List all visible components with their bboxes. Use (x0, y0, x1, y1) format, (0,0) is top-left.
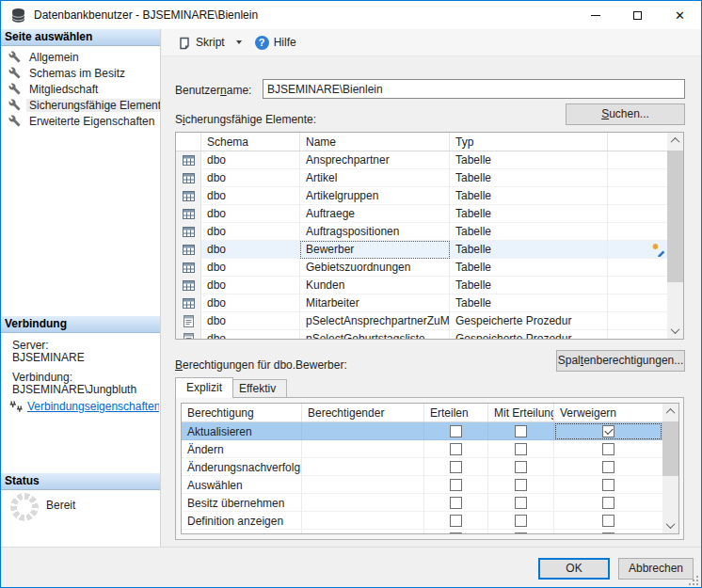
table-row[interactable]: dbo Ansprechpartner Tabelle (176, 151, 667, 169)
sidebar-item-erweiterte-eigenschaften[interactable]: Erweiterte Eigenschaften (1, 113, 161, 129)
username-field[interactable] (263, 79, 685, 99)
wrench-icon (8, 99, 21, 111)
securables-scrollbar[interactable] (667, 133, 683, 339)
table-row[interactable]: dbo pSelectGeburtstagsliste Gespeicherte… (176, 330, 667, 339)
table-row[interactable]: dbo Gebietszuordnungen Tabelle (176, 259, 667, 277)
sidebar-item-sicherungsfaehige-elemente[interactable]: Sicherungsfähige Elemente (1, 97, 161, 113)
server-label: Server: (12, 339, 49, 352)
ok-button[interactable]: OK (538, 558, 610, 580)
table-icon (176, 205, 201, 223)
permissions-scrollbar[interactable] (662, 404, 678, 533)
with-grant-checkbox[interactable] (515, 532, 527, 534)
cell-schema: dbo (201, 294, 300, 312)
script-dropdown-button[interactable] (229, 38, 246, 47)
sidebar-item-schemas[interactable]: Schemas im Besitz (1, 65, 161, 81)
connection-value: BJSEMINARE\Jungbluth (12, 383, 136, 396)
table-row[interactable]: dbo Artikelgruppen Tabelle (176, 187, 667, 205)
deny-checkbox[interactable] (602, 443, 614, 455)
cell-typ: Gespeicherte Prozedur (450, 330, 608, 339)
scroll-down-button[interactable] (662, 517, 678, 533)
scrollbar-thumb[interactable] (667, 151, 683, 282)
scroll-up-button[interactable] (662, 404, 678, 420)
minimize-icon (591, 15, 600, 16)
tab-explizit[interactable]: Explizit (175, 377, 233, 398)
table-row-selected[interactable]: dbo Bewerber Tabelle (176, 241, 667, 259)
grant-checkbox[interactable] (450, 532, 462, 534)
scroll-up-button[interactable] (667, 133, 683, 149)
script-button-label: Skript (196, 36, 225, 49)
script-button[interactable]: Skript (174, 33, 229, 53)
permission-row[interactable]: Einfügen (182, 530, 662, 533)
grant-checkbox[interactable] (450, 497, 462, 509)
chevron-down-icon (671, 325, 680, 334)
maximize-icon (633, 11, 642, 20)
table-row[interactable]: dbo Kunden Tabelle (176, 277, 667, 294)
cell-name: pSelectGeburtstagsliste (300, 330, 450, 339)
permission-row[interactable]: Auswählen (182, 476, 662, 494)
sidebar-item-allgemein[interactable]: Allgemein (1, 49, 161, 65)
cancel-button[interactable]: Abbrechen (618, 558, 694, 580)
cell-permission: Änderungsnachverfolg... (182, 458, 302, 476)
deny-checkbox[interactable] (602, 497, 614, 509)
column-header-berechtigender[interactable]: Berechtigender (302, 404, 424, 421)
column-header-typ[interactable]: Typ (450, 133, 608, 151)
minimize-button[interactable] (574, 1, 616, 29)
permission-row[interactable]: Definition anzeigen (182, 512, 662, 530)
scrollbar-thumb[interactable] (662, 421, 678, 476)
with-grant-checkbox[interactable] (515, 497, 527, 509)
cell-schema: dbo (201, 277, 300, 294)
cell-typ: Tabelle (450, 187, 608, 205)
column-header-schema[interactable]: Schema (201, 133, 300, 151)
table-row[interactable]: dbo Artikel Tabelle (176, 169, 667, 187)
grant-checkbox[interactable] (450, 479, 462, 491)
script-icon (178, 36, 191, 50)
with-grant-checkbox[interactable] (515, 425, 527, 437)
column-header-mit-erteilung[interactable]: Mit Erteilung (488, 404, 554, 421)
sidebar-item-label: Allgemein (26, 51, 82, 64)
sidebar-item-mitgliedschaft[interactable]: Mitgliedschaft (1, 81, 161, 97)
with-grant-checkbox[interactable] (515, 515, 527, 527)
cell-name: Auftragspositionen (300, 223, 450, 241)
resize-grip[interactable] (689, 575, 699, 585)
grant-checkbox[interactable] (450, 461, 462, 473)
deny-checkbox[interactable] (602, 532, 614, 534)
table-row[interactable]: dbo Auftraege Tabelle (176, 205, 667, 223)
search-button[interactable]: Suchen... (566, 103, 685, 125)
permission-row[interactable]: Ändern (182, 440, 662, 458)
permission-row[interactable]: Änderungsnachverfolg... (182, 458, 662, 476)
table-row[interactable]: dbo pSelectAnsprechpartnerZuMit... Gespe… (176, 312, 667, 330)
grant-checkbox[interactable] (450, 515, 462, 527)
help-button[interactable]: ? Hilfe (251, 33, 300, 53)
deny-checkbox[interactable] (602, 425, 614, 437)
table-icon (176, 241, 201, 259)
with-grant-checkbox[interactable] (515, 461, 527, 473)
column-permissions-button[interactable]: Spaltenberechtigungen... (556, 350, 685, 372)
table-row[interactable]: dbo Mitarbeiter Tabelle (176, 294, 667, 312)
with-grant-checkbox[interactable] (515, 443, 527, 455)
deny-checkbox[interactable] (602, 461, 614, 473)
with-grant-checkbox[interactable] (515, 479, 527, 491)
maximize-button[interactable] (616, 1, 659, 29)
cell-name: Kunden (300, 277, 450, 294)
permissions-label: Berechtigungen für dbo.Bewerber: (175, 358, 347, 372)
table-row[interactable]: dbo Auftragspositionen Tabelle (176, 223, 667, 241)
tab-effektiv[interactable]: Effektiv (228, 379, 287, 397)
column-header-berechtigung[interactable]: Berechtigung (182, 404, 302, 421)
cell-permission: Aktualisieren (182, 422, 302, 440)
close-button[interactable]: ✕ (659, 1, 701, 29)
column-header-erteilen[interactable]: Erteilen (424, 404, 488, 421)
permission-row[interactable]: Besitz übernehmen (182, 494, 662, 512)
scroll-down-button[interactable] (667, 323, 683, 339)
cell-schema: dbo (201, 241, 300, 259)
table-icon (176, 259, 201, 277)
grant-checkbox[interactable] (450, 443, 462, 455)
column-header-verweigern[interactable]: Verweigern (554, 404, 662, 421)
column-header-name[interactable]: Name (300, 133, 450, 151)
permissions-grid-header: Berechtigung Berechtigender Erteilen Mit… (182, 404, 662, 422)
permission-row[interactable]: Aktualisieren (182, 422, 662, 440)
deny-checkbox[interactable] (602, 515, 614, 527)
help-icon: ? (255, 36, 269, 50)
view-connection-properties-link[interactable]: Verbindungseigenschaften anzeigen (27, 400, 159, 413)
grant-checkbox[interactable] (450, 425, 462, 437)
deny-checkbox[interactable] (602, 479, 614, 491)
